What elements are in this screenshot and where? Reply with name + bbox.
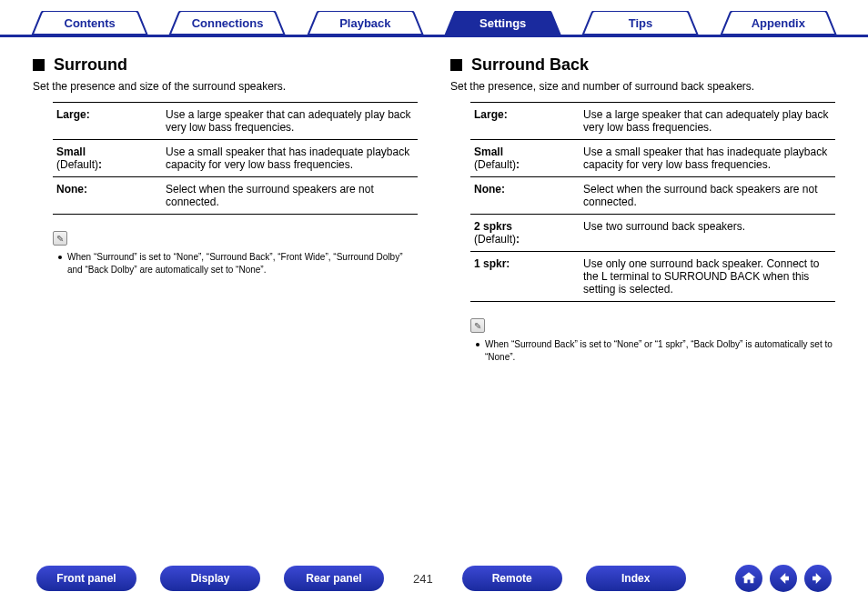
setting-key: Large: <box>53 103 162 140</box>
content: Surround Set the presence and size of th… <box>0 37 868 364</box>
tab-contents[interactable]: Contents <box>22 11 157 35</box>
section-title: Surround Back <box>471 55 589 75</box>
page-number: 241 <box>413 572 433 586</box>
note-text: When “Surround Back” is set to “None” or… <box>476 338 835 364</box>
tab-label: Contents <box>22 11 157 35</box>
section-surround: Surround Set the presence and size of th… <box>33 55 418 364</box>
section-marker-icon <box>450 59 462 71</box>
tab-label: Connections <box>159 11 295 35</box>
front-panel-button[interactable]: Front panel <box>36 566 136 591</box>
setting-value: Select when the surround back speakers a… <box>580 177 835 215</box>
display-button[interactable]: Display <box>160 566 260 591</box>
setting-key: 2 spkrs (Default): <box>470 215 580 252</box>
setting-value: Use two surround back speakers. <box>580 215 835 252</box>
setting-key: None: <box>53 177 162 215</box>
pencil-icon: ✎ <box>53 231 67 246</box>
rear-panel-button[interactable]: Rear panel <box>284 566 384 591</box>
table-row: Small (Default): Use a small speaker tha… <box>470 140 835 177</box>
tab-connections[interactable]: Connections <box>159 11 295 35</box>
table-row: Large: Use a large speaker that can adeq… <box>470 103 835 140</box>
table-row: None: Select when the surround speakers … <box>53 177 418 215</box>
top-nav: Contents Connections Playback Settings T… <box>0 0 868 37</box>
setting-value: Use a large speaker that can adequately … <box>162 103 418 140</box>
table-row: None: Select when the surround back spea… <box>470 177 835 215</box>
table-row: 2 spkrs (Default): Use two surround back… <box>470 215 835 252</box>
index-button[interactable]: Index <box>586 566 686 591</box>
tab-settings[interactable]: Settings <box>435 11 570 35</box>
pencil-icon: ✎ <box>470 318 485 333</box>
note: ✎ When “Surround Back” is set to “None” … <box>470 318 835 364</box>
setting-value: Use a small speaker that has inadequate … <box>580 140 835 177</box>
tab-tips[interactable]: Tips <box>572 11 708 35</box>
section-title: Surround <box>54 55 127 75</box>
section-desc: Set the presence, size and number of sur… <box>450 80 835 93</box>
setting-value: Select when the surround speakers are no… <box>162 177 418 215</box>
setting-value: Use a large speaker that can adequately … <box>580 103 835 140</box>
tab-label: Tips <box>572 11 708 35</box>
section-desc: Set the presence and size of the surroun… <box>33 80 418 93</box>
settings-table: Large: Use a large speaker that can adeq… <box>470 102 835 302</box>
remote-button[interactable]: Remote <box>462 566 562 591</box>
table-row: Large: Use a large speaker that can adeq… <box>53 103 418 140</box>
setting-value: Use a small speaker that has inadequate … <box>162 140 418 177</box>
setting-key: Small (Default): <box>470 140 580 177</box>
table-row: Small (Default): Use a small speaker tha… <box>53 140 418 177</box>
next-icon[interactable] <box>804 565 832 592</box>
tab-label: Settings <box>435 11 570 35</box>
tab-label: Playback <box>298 11 433 35</box>
note: ✎ When “Surround” is set to “None”, “Sur… <box>53 231 418 276</box>
table-row: 1 spkr: Use only one surround back speak… <box>470 252 835 302</box>
setting-key: Large: <box>470 103 580 140</box>
setting-key: 1 spkr: <box>470 252 580 302</box>
note-text: When “Surround” is set to “None”, “Surro… <box>58 251 418 276</box>
settings-table: Large: Use a large speaker that can adeq… <box>53 102 418 215</box>
home-icon[interactable] <box>735 565 762 592</box>
section-marker-icon <box>33 59 45 71</box>
setting-key: Small (Default): <box>53 140 162 177</box>
section-surround-back: Surround Back Set the presence, size and… <box>450 55 835 364</box>
footer-nav: Front panel Display Rear panel 241 Remot… <box>0 565 868 592</box>
prev-icon[interactable] <box>770 565 797 592</box>
tab-appendix[interactable]: Appendix <box>711 11 846 35</box>
setting-value: Use only one surround back speaker. Conn… <box>580 252 835 302</box>
setting-key: None: <box>470 177 580 215</box>
tab-playback[interactable]: Playback <box>298 11 433 35</box>
tab-label: Appendix <box>711 11 846 35</box>
